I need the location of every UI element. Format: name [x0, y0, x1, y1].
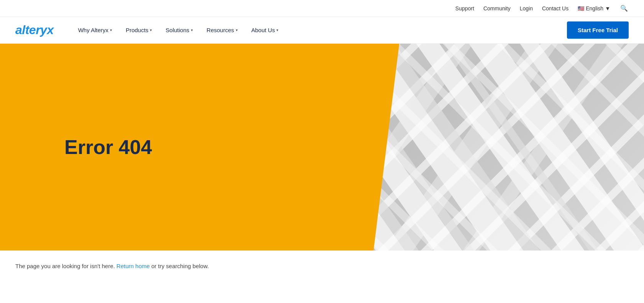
svg-rect-8: [372, 44, 559, 251]
nav-item-solutions[interactable]: Solutions ▾: [159, 24, 199, 36]
bottom-message: The page you are looking for isn't here.…: [0, 251, 644, 282]
main-nav: alteryx Why Alteryx ▾ Products ▾ Solutio…: [0, 17, 644, 44]
chevron-down-icon: ▾: [191, 28, 193, 32]
svg-rect-4: [465, 44, 644, 251]
top-bar: Support Community Login Contact Us 🇺🇸 En…: [0, 0, 644, 17]
login-link[interactable]: Login: [520, 5, 533, 11]
svg-rect-13: [443, 44, 630, 251]
error-title: Error 404: [64, 136, 152, 159]
search-button[interactable]: 🔍: [619, 4, 629, 13]
nav-label-solutions: Solutions: [166, 27, 189, 33]
nav-item-products[interactable]: Products ▾: [120, 24, 158, 36]
return-home-link[interactable]: Return home: [117, 263, 150, 269]
svg-rect-5: [514, 44, 644, 251]
language-label: English: [586, 5, 603, 11]
svg-rect-9: [437, 44, 619, 251]
svg-rect-12: [368, 44, 562, 251]
nav-label-why-alteryx: Why Alteryx: [78, 27, 108, 33]
nav-label-resources: Resources: [207, 27, 234, 33]
nav-item-about[interactable]: About Us ▾: [245, 24, 285, 36]
svg-rect-3: [411, 44, 603, 251]
nav-item-why-alteryx[interactable]: Why Alteryx ▾: [72, 24, 118, 36]
hero-content: Error 404: [64, 136, 152, 159]
start-trial-button[interactable]: Start Free Trial: [567, 21, 629, 39]
language-selector[interactable]: 🇺🇸 English ▼: [578, 5, 610, 11]
message-suffix: or try searching below.: [151, 263, 209, 269]
flag-icon: 🇺🇸: [578, 5, 584, 11]
message-prefix: The page you are looking for isn't here.: [15, 263, 115, 269]
chevron-down-icon: ▾: [110, 28, 112, 32]
hero-section: Error 404: [0, 44, 644, 251]
logo[interactable]: alteryx: [15, 23, 54, 37]
contact-link[interactable]: Contact Us: [542, 5, 568, 11]
nav-links: Why Alteryx ▾ Products ▾ Solutions ▾ Res…: [72, 24, 567, 36]
search-icon: 🔍: [620, 5, 628, 11]
nav-label-products: Products: [126, 27, 148, 33]
nav-item-resources[interactable]: Resources ▾: [200, 24, 244, 36]
chevron-down-icon: ▾: [276, 28, 278, 32]
community-link[interactable]: Community: [483, 5, 511, 11]
language-chevron: ▼: [605, 5, 610, 11]
chevron-down-icon: ▾: [150, 28, 152, 32]
chevron-down-icon: ▾: [236, 28, 238, 32]
nav-label-about: About Us: [251, 27, 275, 33]
support-link[interactable]: Support: [455, 5, 474, 11]
